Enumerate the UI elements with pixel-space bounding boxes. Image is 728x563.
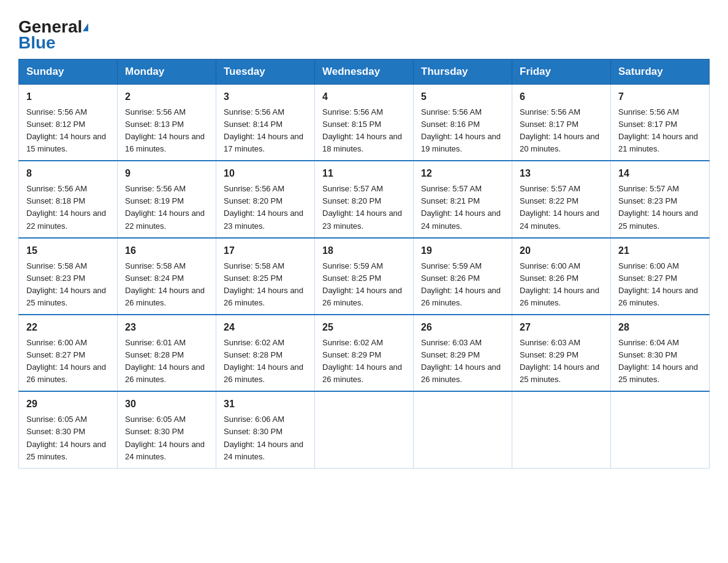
daylight-text: Daylight: 14 hours and 19 minutes. xyxy=(421,132,501,153)
sunrise-text: Sunrise: 5:58 AM xyxy=(26,261,87,270)
sunset-text: Sunset: 8:18 PM xyxy=(26,196,85,205)
calendar-cell: 25Sunrise: 6:02 AMSunset: 8:29 PMDayligh… xyxy=(315,315,414,391)
daylight-text: Daylight: 14 hours and 26 minutes. xyxy=(224,286,303,307)
sunset-text: Sunset: 8:14 PM xyxy=(224,120,282,129)
col-header-tuesday: Tuesday xyxy=(216,59,315,85)
sunset-text: Sunset: 8:26 PM xyxy=(520,274,578,283)
sunrise-text: Sunrise: 5:56 AM xyxy=(520,107,580,117)
sunrise-text: Sunrise: 5:56 AM xyxy=(618,107,679,117)
calendar-cell xyxy=(414,391,512,468)
sunrise-text: Sunrise: 5:56 AM xyxy=(224,184,284,193)
daylight-text: Daylight: 14 hours and 26 minutes. xyxy=(26,362,106,384)
daylight-text: Daylight: 14 hours and 26 minutes. xyxy=(520,286,599,307)
daylight-text: Daylight: 14 hours and 24 minutes. xyxy=(224,440,303,461)
day-number: 6 xyxy=(520,90,603,105)
calendar-cell: 11Sunrise: 5:57 AMSunset: 8:20 PMDayligh… xyxy=(315,161,414,237)
calendar-cell: 24Sunrise: 6:02 AMSunset: 8:28 PMDayligh… xyxy=(216,315,315,391)
sunrise-text: Sunrise: 6:01 AM xyxy=(125,338,186,347)
calendar-cell: 12Sunrise: 5:57 AMSunset: 8:21 PMDayligh… xyxy=(414,161,512,237)
sunrise-text: Sunrise: 5:57 AM xyxy=(618,184,679,193)
daylight-text: Daylight: 14 hours and 25 minutes. xyxy=(618,362,698,384)
sunrise-text: Sunrise: 5:56 AM xyxy=(26,184,87,193)
calendar-cell: 30Sunrise: 6:05 AMSunset: 8:30 PMDayligh… xyxy=(118,391,216,468)
daylight-text: Daylight: 14 hours and 17 minutes. xyxy=(224,132,303,153)
calendar-cell: 4Sunrise: 5:56 AMSunset: 8:15 PMDaylight… xyxy=(315,85,414,161)
daylight-text: Daylight: 14 hours and 24 minutes. xyxy=(520,209,599,230)
day-number: 20 xyxy=(520,243,603,259)
sunrise-text: Sunrise: 5:56 AM xyxy=(224,107,284,117)
sunset-text: Sunset: 8:28 PM xyxy=(125,350,184,359)
calendar-week-row: 22Sunrise: 6:00 AMSunset: 8:27 PMDayligh… xyxy=(19,315,710,391)
calendar-cell: 15Sunrise: 5:58 AMSunset: 8:23 PMDayligh… xyxy=(19,238,118,315)
daylight-text: Daylight: 14 hours and 26 minutes. xyxy=(322,362,402,384)
sunrise-text: Sunrise: 5:56 AM xyxy=(125,107,186,117)
sunrise-text: Sunrise: 5:57 AM xyxy=(520,184,580,193)
sunrise-text: Sunrise: 5:59 AM xyxy=(421,261,482,270)
sunset-text: Sunset: 8:23 PM xyxy=(26,274,85,283)
sunset-text: Sunset: 8:27 PM xyxy=(618,274,677,283)
calendar-header-row: SundayMondayTuesdayWednesdayThursdayFrid… xyxy=(19,59,710,85)
daylight-text: Daylight: 14 hours and 25 minutes. xyxy=(26,440,106,461)
col-header-friday: Friday xyxy=(512,59,611,85)
day-number: 1 xyxy=(26,90,110,105)
day-number: 25 xyxy=(322,320,406,335)
daylight-text: Daylight: 14 hours and 25 minutes. xyxy=(26,286,106,307)
calendar-cell: 6Sunrise: 5:56 AMSunset: 8:17 PMDaylight… xyxy=(512,85,611,161)
sunset-text: Sunset: 8:29 PM xyxy=(421,350,480,359)
sunrise-text: Sunrise: 5:56 AM xyxy=(26,107,87,117)
col-header-saturday: Saturday xyxy=(611,59,710,85)
sunset-text: Sunset: 8:26 PM xyxy=(421,274,480,283)
sunrise-text: Sunrise: 6:02 AM xyxy=(224,338,284,347)
daylight-text: Daylight: 14 hours and 25 minutes. xyxy=(618,209,698,230)
sunset-text: Sunset: 8:28 PM xyxy=(224,350,282,359)
calendar-cell xyxy=(315,391,414,468)
calendar-cell: 31Sunrise: 6:06 AMSunset: 8:30 PMDayligh… xyxy=(216,391,315,468)
calendar-cell: 2Sunrise: 5:56 AMSunset: 8:13 PMDaylight… xyxy=(118,85,216,161)
daylight-text: Daylight: 14 hours and 18 minutes. xyxy=(322,132,402,153)
calendar-cell: 14Sunrise: 5:57 AMSunset: 8:23 PMDayligh… xyxy=(611,161,710,237)
sunrise-text: Sunrise: 6:06 AM xyxy=(224,415,284,424)
sunrise-text: Sunrise: 6:05 AM xyxy=(26,415,87,424)
logo-blue: Blue xyxy=(18,33,56,53)
daylight-text: Daylight: 14 hours and 23 minutes. xyxy=(322,209,402,230)
sunset-text: Sunset: 8:30 PM xyxy=(224,427,282,436)
calendar-week-row: 29Sunrise: 6:05 AMSunset: 8:30 PMDayligh… xyxy=(19,391,710,468)
day-number: 17 xyxy=(224,243,307,259)
calendar-week-row: 1Sunrise: 5:56 AMSunset: 8:12 PMDaylight… xyxy=(19,85,710,161)
day-number: 23 xyxy=(125,320,208,335)
sunset-text: Sunset: 8:17 PM xyxy=(520,120,578,129)
calendar-cell: 1Sunrise: 5:56 AMSunset: 8:12 PMDaylight… xyxy=(19,85,118,161)
day-number: 13 xyxy=(520,166,603,182)
day-number: 12 xyxy=(421,166,504,182)
sunset-text: Sunset: 8:12 PM xyxy=(26,120,85,129)
day-number: 8 xyxy=(26,166,110,182)
day-number: 24 xyxy=(224,320,307,335)
sunset-text: Sunset: 8:25 PM xyxy=(322,274,381,283)
sunrise-text: Sunrise: 6:04 AM xyxy=(618,338,679,347)
calendar-cell: 28Sunrise: 6:04 AMSunset: 8:30 PMDayligh… xyxy=(611,315,710,391)
calendar-cell: 19Sunrise: 5:59 AMSunset: 8:26 PMDayligh… xyxy=(414,238,512,315)
sunrise-text: Sunrise: 6:03 AM xyxy=(421,338,482,347)
sunset-text: Sunset: 8:29 PM xyxy=(322,350,381,359)
col-header-monday: Monday xyxy=(118,59,216,85)
sunrise-text: Sunrise: 5:56 AM xyxy=(421,107,482,117)
daylight-text: Daylight: 14 hours and 23 minutes. xyxy=(224,209,303,230)
sunrise-text: Sunrise: 6:00 AM xyxy=(26,338,87,347)
logo: General Blue xyxy=(18,12,89,53)
calendar-cell: 29Sunrise: 6:05 AMSunset: 8:30 PMDayligh… xyxy=(19,391,118,468)
sunset-text: Sunset: 8:13 PM xyxy=(125,120,184,129)
day-number: 16 xyxy=(125,243,208,259)
calendar-cell: 10Sunrise: 5:56 AMSunset: 8:20 PMDayligh… xyxy=(216,161,315,237)
calendar-cell: 5Sunrise: 5:56 AMSunset: 8:16 PMDaylight… xyxy=(414,85,512,161)
sunset-text: Sunset: 8:19 PM xyxy=(125,196,184,205)
col-header-thursday: Thursday xyxy=(414,59,512,85)
daylight-text: Daylight: 14 hours and 24 minutes. xyxy=(125,440,205,461)
day-number: 21 xyxy=(618,243,702,259)
sunset-text: Sunset: 8:21 PM xyxy=(421,196,480,205)
sunset-text: Sunset: 8:25 PM xyxy=(224,274,282,283)
day-number: 26 xyxy=(421,320,504,335)
calendar-cell: 27Sunrise: 6:03 AMSunset: 8:29 PMDayligh… xyxy=(512,315,611,391)
calendar-cell: 7Sunrise: 5:56 AMSunset: 8:17 PMDaylight… xyxy=(611,85,710,161)
sunset-text: Sunset: 8:17 PM xyxy=(618,120,677,129)
calendar-cell: 17Sunrise: 5:58 AMSunset: 8:25 PMDayligh… xyxy=(216,238,315,315)
